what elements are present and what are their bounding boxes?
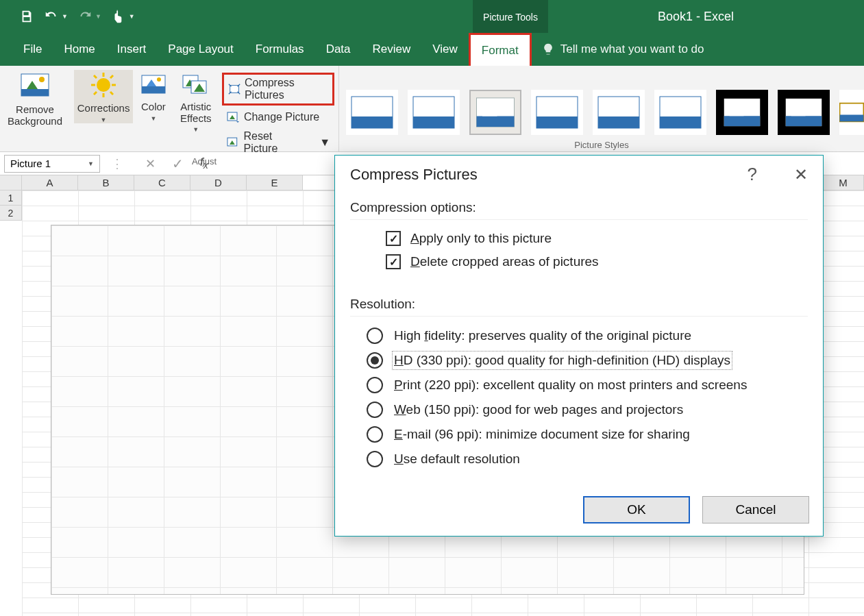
fx-icon[interactable]: fx [200, 156, 208, 171]
style-thumb-7[interactable] [716, 90, 768, 135]
svg-point-3 [39, 77, 45, 82]
svg-point-45 [624, 102, 631, 109]
svg-rect-39 [536, 116, 578, 128]
tab-view[interactable]: View [421, 33, 469, 66]
style-thumb-1[interactable] [346, 90, 398, 135]
col-header[interactable]: A [22, 175, 78, 190]
style-thumb-8[interactable] [778, 90, 830, 135]
cancel-formula-icon[interactable]: ✕ [145, 156, 156, 171]
style-thumb-3[interactable] [469, 90, 521, 135]
svg-point-29 [378, 102, 384, 109]
tab-formulas[interactable]: Formulas [245, 33, 315, 66]
checkbox-icon [386, 231, 401, 246]
tab-home[interactable]: Home [53, 33, 106, 66]
svg-rect-27 [351, 116, 393, 128]
artistic-effects-button[interactable]: Artistic Effects▼ [174, 70, 218, 134]
svg-rect-14 [142, 86, 165, 93]
svg-point-57 [809, 103, 815, 109]
radio-icon [367, 402, 383, 418]
radio-icon [367, 451, 383, 467]
compress-pictures-button[interactable]: Compress Pictures [222, 73, 334, 106]
ok-button[interactable]: OK [583, 496, 690, 523]
compress-pictures-dialog: Compress Pictures ? ✕ Compression option… [334, 155, 824, 537]
select-all-corner[interactable] [0, 175, 22, 190]
svg-point-41 [563, 102, 569, 109]
tell-me-search[interactable]: Tell me what you want to do [541, 33, 704, 66]
svg-rect-31 [413, 116, 454, 128]
svg-line-10 [110, 92, 113, 95]
svg-point-33 [439, 102, 446, 109]
col-header[interactable]: B [78, 175, 134, 190]
resolution-email-radio[interactable]: E-mail (96 ppi): minimize document size … [350, 422, 808, 447]
undo-button[interactable]: ▼ [44, 9, 68, 24]
svg-point-49 [686, 102, 693, 109]
style-thumb-5[interactable] [593, 90, 645, 135]
col-header[interactable]: E [247, 175, 303, 190]
style-thumb-2[interactable] [408, 90, 460, 135]
row-header[interactable]: 2 [0, 206, 22, 221]
resolution-hd-radio[interactable]: HD (330 ppi): good quality for high-defi… [350, 348, 808, 373]
change-picture-icon [226, 111, 240, 123]
svg-line-11 [110, 75, 113, 78]
apply-only-checkbox[interactable]: Apply only to this picture [350, 227, 808, 250]
quick-access-toolbar: ▼ ▼ ▼ [0, 9, 135, 24]
tab-file[interactable]: File [12, 33, 53, 66]
resolution-high-fidelity-radio[interactable]: High fidelity: preserves quality of the … [350, 323, 808, 348]
title-bar: ▼ ▼ ▼ Picture Tools Book1 - Excel [0, 0, 864, 33]
resolution-default-radio[interactable]: Use default resolution [350, 447, 808, 471]
style-thumb-9[interactable] [839, 90, 864, 135]
tab-insert[interactable]: Insert [106, 33, 158, 66]
reset-picture-button[interactable]: Reset Picture ▼ [222, 129, 334, 156]
tab-page-layout[interactable]: Page Layout [157, 33, 244, 66]
redo-button[interactable]: ▼ [77, 9, 101, 24]
tab-format[interactable]: Format [469, 33, 532, 66]
app-title: Book1 - Excel [658, 10, 734, 24]
svg-line-12 [94, 92, 97, 95]
dialog-title: Compress Pictures [350, 166, 478, 184]
svg-rect-59 [840, 114, 864, 121]
group-label-picture-styles: Picture Styles [574, 140, 628, 150]
radio-icon [367, 377, 383, 393]
col-header[interactable]: M [823, 175, 864, 190]
save-button[interactable] [19, 9, 34, 24]
reset-picture-icon [226, 136, 240, 149]
style-thumb-6[interactable] [654, 90, 706, 135]
ribbon-tabs: File Home Insert Page Layout Formulas Da… [0, 33, 864, 66]
lightbulb-icon [541, 42, 555, 56]
compress-icon [228, 83, 240, 95]
tab-data[interactable]: Data [315, 33, 362, 66]
style-thumb-4[interactable] [531, 90, 583, 135]
svg-rect-51 [724, 116, 761, 126]
col-header[interactable]: D [190, 175, 247, 190]
dialog-close-button[interactable]: ✕ [794, 165, 808, 184]
radio-icon [367, 426, 383, 443]
dialog-help-button[interactable]: ? [748, 164, 757, 185]
contextual-tab-header: Picture Tools [473, 0, 548, 33]
radio-icon [367, 328, 383, 344]
svg-rect-47 [660, 116, 701, 128]
touch-mode-button[interactable]: ▼ [111, 9, 135, 24]
color-button[interactable]: Color▼ [137, 70, 170, 122]
ribbon: Remove Background Corrections▼ Color▼ Ar… [0, 66, 864, 152]
corrections-button[interactable]: Corrections▼ [74, 70, 133, 123]
cancel-button[interactable]: Cancel [702, 496, 809, 523]
change-picture-button[interactable]: Change Picture [222, 110, 334, 125]
remove-background-button[interactable]: Remove Background [4, 70, 66, 127]
name-box[interactable]: Picture 1▼ [4, 155, 100, 173]
svg-line-9 [94, 75, 97, 78]
svg-rect-43 [598, 116, 639, 128]
svg-rect-35 [477, 116, 515, 127]
delete-cropped-checkbox[interactable]: Delete cropped areas of pictures [350, 250, 808, 273]
svg-rect-1 [21, 89, 49, 96]
resolution-label: Resolution: [350, 291, 808, 317]
svg-point-53 [747, 103, 753, 109]
col-header[interactable]: C [134, 175, 190, 190]
picture-styles-gallery[interactable]: Picture Styles [339, 66, 864, 151]
resolution-print-radio[interactable]: Print (220 ppi): excellent quality on mo… [350, 373, 808, 397]
enter-formula-icon[interactable]: ✓ [172, 156, 184, 172]
svg-point-37 [500, 103, 506, 109]
row-header[interactable]: 1 [0, 190, 22, 206]
tab-review[interactable]: Review [362, 33, 422, 66]
compression-options-label: Compression options: [350, 195, 808, 220]
resolution-web-radio[interactable]: Web (150 ppi): good for web pages and pr… [350, 397, 808, 422]
